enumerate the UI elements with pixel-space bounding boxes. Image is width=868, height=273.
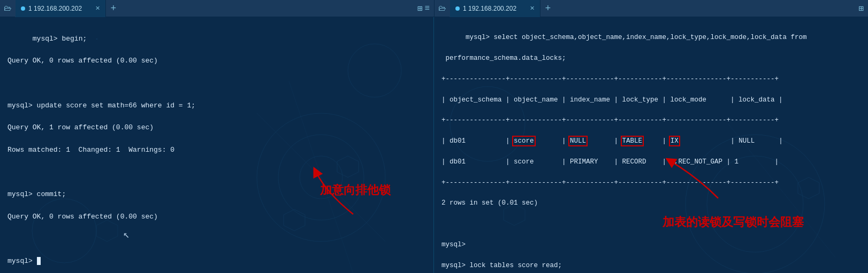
mouse-cursor: ↖	[123, 228, 130, 241]
left-line-6: mysql> commit;	[7, 190, 66, 198]
left-line-7: Query OK, 0 rows affected (0.00 sec)	[7, 213, 158, 221]
right-line-1: mysql> select object_schema,object_name,…	[466, 34, 807, 41]
tab-left[interactable]: 1 192.168.200.202 ✕	[15, 0, 106, 17]
folder-icon-right[interactable]: 🗁	[435, 0, 450, 17]
left-line-8: mysql>	[7, 257, 41, 265]
left-line-4: Query OK, 1 row affected (0.00 sec)	[7, 123, 154, 131]
tab-close-left[interactable]: ✕	[95, 5, 100, 12]
tab-close-right[interactable]: ✕	[530, 5, 535, 12]
right-annotation: 加表的读锁及写锁时会阻塞	[663, 214, 804, 230]
right-line-9: 2 rows in set (0.01 sec)	[441, 199, 538, 207]
right-line-2: performance_schema.data_locks;	[441, 54, 566, 62]
right-line-3: +---------------+-------------+---------…	[441, 75, 779, 83]
left-line-3: mysql> update score set math=66 where id…	[7, 102, 195, 110]
left-terminal-content: mysql> begin; Query OK, 0 rows affected …	[0, 17, 433, 273]
tab-add-left[interactable]: +	[106, 0, 121, 17]
right-line-10: mysql>	[441, 241, 466, 248]
right-terminal-pane: mysql> select object_schema,object_name,…	[434, 17, 868, 273]
tab-add-right[interactable]: +	[540, 0, 555, 17]
folder-icon-left[interactable]: 🗁	[0, 0, 15, 17]
left-terminal-pane: mysql> begin; Query OK, 0 rows affected …	[0, 17, 434, 273]
tab-menu-left[interactable]: ≡	[424, 4, 434, 13]
tab-bar-left: 🗁 1 192.168.200.202 ✕ + ⊞ ≡	[0, 0, 434, 17]
right-line-5: +---------------+-------------+---------…	[441, 116, 779, 124]
right-line-7: | db01 | score | PRIMARY | RECORD | X,RE…	[441, 158, 779, 166]
tab-dot-left	[21, 6, 25, 11]
tab-bar-right: 🗁 1 192.168.200.202 ✕ + ⊞	[435, 0, 868, 17]
left-line-1: mysql> begin;	[33, 35, 87, 43]
right-terminal-content: mysql> select object_schema,object_name,…	[434, 17, 868, 273]
right-line-8: +---------------+-------------+---------…	[441, 179, 779, 186]
left-annotation: 加意向排他锁	[320, 182, 391, 198]
right-line-6: | db01 | score | NULL | TABLE | IX | NUL…	[441, 137, 783, 145]
tab-title-left: 1 192.168.200.202	[28, 5, 82, 12]
tab-grid-right[interactable]: ⊞	[858, 3, 868, 14]
tab-title-right: 1 192.168.200.202	[463, 5, 516, 12]
left-line-5: Rows matched: 1 Changed: 1 Warnings: 0	[7, 146, 174, 154]
tab-dot-right	[455, 6, 460, 11]
right-line-11: mysql> lock tables score read;	[441, 262, 562, 269]
tab-grid-left[interactable]: ⊞	[417, 3, 425, 14]
tab-right[interactable]: 1 192.168.200.202 ✕	[450, 0, 540, 17]
right-line-4: | object_schema | object_name | index_na…	[441, 96, 783, 104]
left-line-2: Query OK, 0 rows affected (0.00 sec)	[7, 57, 158, 65]
